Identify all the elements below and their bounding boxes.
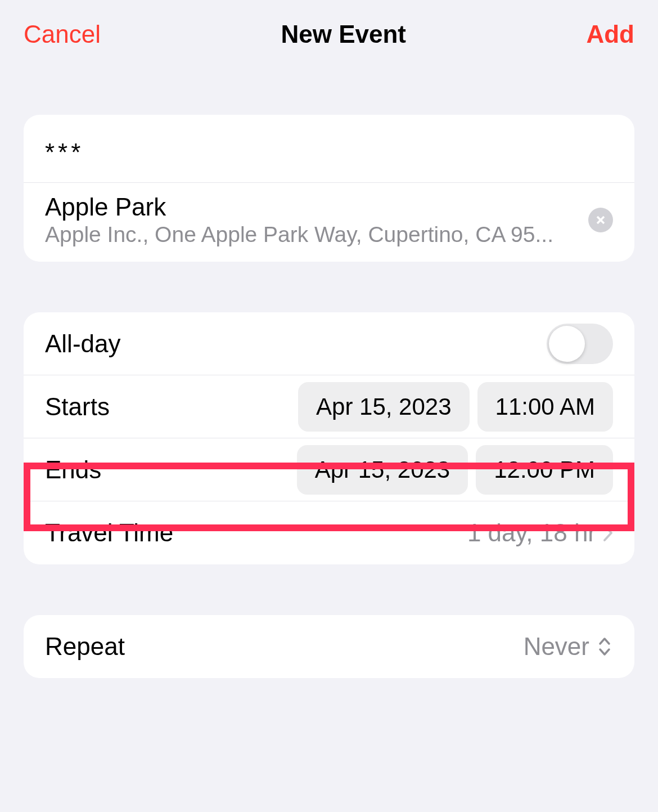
clear-location-button[interactable]	[588, 208, 613, 232]
location-name: Apple Park	[45, 193, 577, 221]
repeat-row[interactable]: Repeat Never	[24, 615, 634, 678]
title-row[interactable]	[24, 115, 634, 183]
ends-date-button[interactable]: Apr 15, 2023	[297, 445, 468, 495]
title-location-group: Apple Park Apple Inc., One Apple Park Wa…	[24, 115, 634, 262]
starts-time-button[interactable]: 11:00 AM	[477, 382, 613, 432]
toggle-knob	[549, 326, 585, 362]
datetime-group: All-day Starts Apr 15, 2023 11:00 AM End…	[24, 312, 634, 564]
ends-time-button[interactable]: 12:00 PM	[476, 445, 613, 495]
starts-row: Starts Apr 15, 2023 11:00 AM	[24, 375, 634, 438]
repeat-value: Never	[524, 632, 589, 661]
cancel-button[interactable]: Cancel	[24, 20, 101, 48]
travel-time-label: Travel Time	[45, 519, 467, 547]
new-event-sheet: Cancel New Event Add Apple Park Apple In…	[0, 0, 658, 812]
location-row[interactable]: Apple Park Apple Inc., One Apple Park Wa…	[24, 183, 634, 262]
starts-date-button[interactable]: Apr 15, 2023	[298, 382, 470, 432]
page-title: New Event	[281, 20, 406, 48]
location-address: Apple Inc., One Apple Park Way, Cupertin…	[45, 222, 577, 247]
ends-label: Ends	[45, 456, 297, 484]
travel-time-row[interactable]: Travel Time 1 day, 18 hr	[24, 501, 634, 564]
all-day-row: All-day	[24, 312, 634, 375]
all-day-label: All-day	[45, 330, 547, 358]
repeat-label: Repeat	[45, 632, 524, 661]
location-text: Apple Park Apple Inc., One Apple Park Wa…	[45, 193, 577, 247]
ends-row: Ends Apr 15, 2023 12:00 PM	[24, 438, 634, 501]
travel-time-value: 1 day, 18 hr	[467, 519, 596, 547]
nav-bar: Cancel New Event Add	[0, 0, 658, 64]
add-button[interactable]: Add	[586, 20, 634, 48]
all-day-toggle[interactable]	[547, 324, 613, 364]
title-field[interactable]	[45, 120, 613, 177]
popup-arrows-icon	[596, 636, 613, 657]
starts-label: Starts	[45, 393, 298, 421]
repeat-group: Repeat Never	[24, 615, 634, 678]
close-icon	[595, 214, 606, 226]
chevron-right-icon	[603, 524, 613, 542]
